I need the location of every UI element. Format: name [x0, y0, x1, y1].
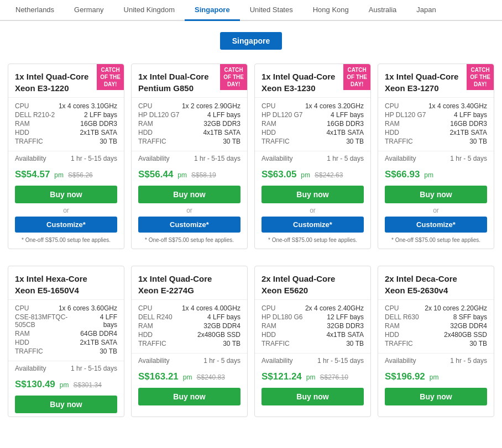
- buy-now-button[interactable]: Buy now: [262, 186, 364, 203]
- price-row: S$63.05pmS$242.63: [255, 166, 370, 182]
- price-current: S$130.49: [15, 379, 55, 390]
- spec-label: RAM: [262, 120, 276, 128]
- location-badge-container: Singapore: [0, 21, 502, 58]
- buy-now-button[interactable]: Buy now: [385, 186, 487, 203]
- spec-value: 64GB DDR4: [80, 330, 117, 338]
- spec-label: TRAFFIC: [138, 340, 166, 347]
- buy-now-button[interactable]: Buy now: [138, 186, 240, 203]
- nav-tab-netherlands[interactable]: Netherlands: [6, 0, 64, 21]
- cards-row2: 1x Intel Hexa-Core Xeon E5-1650V4CPU1x 6…: [0, 260, 502, 428]
- spec-row: HP DL120 G74 LFF bays: [262, 111, 364, 119]
- availability-row: Availability1 hr - 5 days: [255, 151, 370, 166]
- price-current: S$66.93: [385, 169, 420, 180]
- card-specs: CPU1x 6 cores 3.60GHzCSE-813MFTQC-505CB4…: [8, 300, 124, 361]
- customize-button[interactable]: Customize*: [385, 217, 487, 233]
- card-specs: CPU1x 4 cores 4.00GHzDELL R2404 LFF bays…: [132, 300, 247, 353]
- spec-row: CSE-813MFTQC-505CB4 LFF bays: [15, 313, 117, 329]
- card-header: 2x Intel Quad-Core Xeon E5620: [255, 266, 370, 300]
- spec-row: CPU2x 4 cores 2.40GHz: [262, 304, 364, 312]
- buy-now-button[interactable]: Buy now: [385, 388, 487, 405]
- nav-tab-united-kingdom[interactable]: United Kingdom: [114, 0, 185, 21]
- spec-value: 4 LFF bays: [331, 111, 364, 119]
- card-specs: CPU2x 10 cores 2.20GHzDELL R6308 SFF bay…: [378, 300, 494, 353]
- spec-row: HDD4x1TB SATA: [138, 129, 240, 136]
- spec-row: TRAFFIC30 TB: [385, 340, 487, 347]
- customize-button[interactable]: Customize*: [15, 217, 117, 233]
- availability-label: Availability: [385, 357, 416, 365]
- spec-value: 30 TB: [346, 138, 364, 145]
- buy-now-button[interactable]: Buy now: [138, 388, 240, 405]
- price-old: S$301.34: [73, 381, 101, 389]
- spec-value: 2 LFF bays: [84, 111, 117, 119]
- price-unit: pm: [430, 373, 439, 381]
- spec-label: HDD: [262, 331, 276, 339]
- price-unit: pm: [54, 171, 64, 179]
- spec-value: 2x1TB SATA: [80, 339, 117, 346]
- price-current: S$163.21: [138, 371, 179, 382]
- spec-label: DELL R240: [138, 313, 172, 321]
- spec-value: 8 SFF bays: [453, 313, 487, 321]
- nav-tab-singapore[interactable]: Singapore: [185, 0, 240, 21]
- spec-value: 1x 4 cores 4.00GHz: [182, 304, 240, 312]
- nav-tab-united-states[interactable]: United States: [240, 0, 303, 21]
- setup-fee: * One-off S$75.00 setup fee applies.: [255, 235, 370, 249]
- price-current: S$63.05: [262, 169, 296, 180]
- customize-button[interactable]: Customize*: [138, 217, 240, 233]
- spec-label: HDD: [138, 331, 153, 339]
- spec-label: HP DL120 G7: [385, 111, 426, 119]
- spec-row: TRAFFIC30 TB: [385, 138, 487, 145]
- spec-value: 4 LFF bays: [454, 111, 487, 119]
- server-card: Catchof theDAY!1x Intel Quad-Core Xeon E…: [8, 64, 124, 249]
- availability-value: 1 hr - 5 days: [203, 357, 240, 365]
- spec-row: RAM32GB DDR4: [385, 322, 487, 330]
- spec-value: 4 LFF bays: [207, 313, 240, 321]
- or-divider: or: [8, 207, 124, 214]
- spec-value: 30 TB: [346, 340, 364, 347]
- spec-label: HP DL120 G7: [138, 111, 180, 119]
- spec-row: CPU1x 6 cores 3.60GHz: [15, 304, 117, 312]
- spec-label: TRAFFIC: [15, 347, 43, 355]
- nav-tab-hong-kong[interactable]: Hong Kong: [303, 0, 359, 21]
- spec-label: HP DL180 G6: [262, 313, 303, 321]
- availability-value: 1 hr - 5-15 days: [71, 155, 117, 162]
- availability-value: 1 hr - 5 days: [327, 155, 364, 162]
- price-old: S$276.10: [320, 373, 348, 381]
- spec-row: RAM16GB DDR3: [15, 120, 117, 128]
- spec-row: RAM32GB DDR3: [138, 120, 240, 128]
- buy-now-button[interactable]: Buy now: [15, 396, 117, 413]
- spec-row: CPU1x 4 cores 3.10GHz: [15, 102, 117, 110]
- catch-badge: Catchof theDAY!: [97, 64, 124, 90]
- spec-row: RAM32GB DDR4: [138, 322, 240, 330]
- spec-value: 12 LFF bays: [327, 313, 364, 321]
- price-row: S$66.93pm: [378, 166, 494, 182]
- spec-value: 2x480GB SSD: [444, 331, 487, 339]
- spec-value: 30 TB: [100, 347, 117, 355]
- spec-label: TRAFFIC: [15, 138, 43, 145]
- spec-row: RAM64GB DDR4: [15, 330, 117, 338]
- buy-now-button[interactable]: Buy now: [262, 388, 364, 405]
- price-current: S$121.24: [262, 371, 302, 382]
- nav-tab-germany[interactable]: Germany: [64, 0, 113, 21]
- spec-value: 1x 4 cores 3.10GHz: [59, 102, 117, 110]
- nav-tab-australia[interactable]: Australia: [359, 0, 407, 21]
- spec-row: TRAFFIC30 TB: [15, 138, 117, 145]
- spec-value: 30 TB: [100, 138, 117, 145]
- spec-label: HDD: [15, 339, 29, 346]
- card-title: 2x Intel Quad-Core Xeon E5620: [262, 273, 364, 296]
- spec-value: 2x 4 cores 2.40GHz: [305, 304, 364, 312]
- server-card: Catchof theDAY!1x Intel Dual-Core Pentiu…: [131, 64, 248, 249]
- spec-row: HDD2x1TB SATA: [15, 339, 117, 346]
- spec-label: CPU: [262, 304, 275, 312]
- nav-tab-japan[interactable]: Japan: [406, 0, 446, 21]
- or-divider: or: [378, 207, 494, 214]
- customize-button[interactable]: Customize*: [262, 217, 364, 233]
- buy-now-button[interactable]: Buy now: [15, 186, 117, 203]
- price-old: S$240.83: [196, 373, 224, 381]
- availability-label: Availability: [385, 155, 416, 162]
- spec-row: HDD2x480GB SSD: [138, 331, 240, 339]
- spec-value: 30 TB: [223, 138, 240, 145]
- price-unit: pm: [183, 373, 192, 381]
- availability-label: Availability: [262, 357, 292, 365]
- spec-label: RAM: [138, 322, 153, 330]
- spec-label: HDD: [385, 129, 399, 136]
